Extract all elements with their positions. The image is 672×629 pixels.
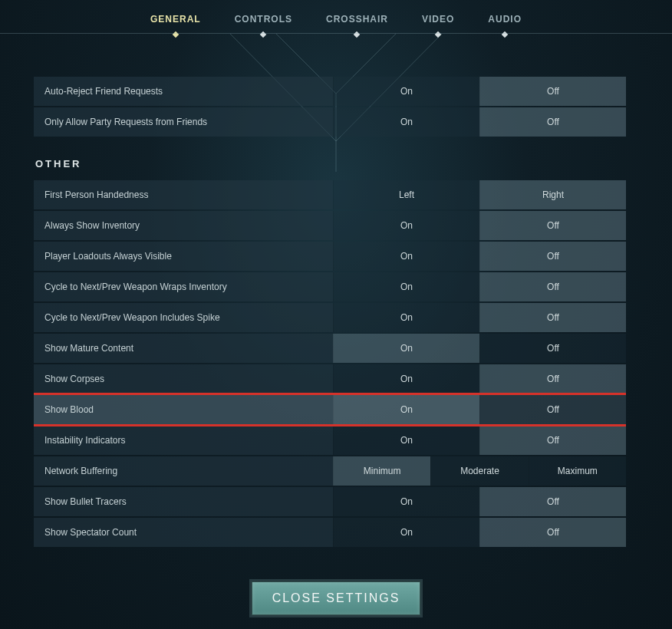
option-button[interactable]: On — [333, 272, 479, 301]
tab-controls[interactable]: CONTROLS — [235, 14, 292, 34]
settings-panel: Auto-Reject Friend RequestsOnOffOnly All… — [34, 77, 626, 568]
option-button[interactable]: On — [333, 107, 479, 137]
setting-row: Cycle to Next/Prev Weapon Includes Spike… — [34, 303, 626, 332]
option-button[interactable]: Off — [479, 364, 626, 394]
setting-row: Only Allow Party Requests from FriendsOn… — [34, 107, 626, 137]
option-button[interactable]: Off — [479, 518, 626, 547]
setting-label: Player Loadouts Always Visible — [34, 242, 333, 271]
settings-tabs: GENERALCONTROLSCROSSHAIRVIDEOAUDIO — [0, 0, 672, 34]
tab-video[interactable]: VIDEO — [422, 14, 454, 34]
setting-label: Show Bullet Tracers — [34, 487, 333, 516]
option-button[interactable]: Off — [479, 303, 626, 332]
tab-audio[interactable]: AUDIO — [488, 14, 522, 34]
setting-options: OnOff — [333, 334, 626, 363]
setting-row: Show CorpsesOnOff — [34, 364, 626, 394]
settings-body: Auto-Reject Friend RequestsOnOffOnly All… — [34, 77, 626, 547]
setting-row: Show Bullet TracersOnOff — [34, 487, 626, 516]
setting-label: Instability Indicators — [34, 426, 333, 455]
option-button[interactable]: Maximum — [529, 456, 626, 486]
setting-options: OnOff — [333, 211, 626, 240]
setting-row: Show Mature ContentOnOff — [34, 334, 626, 363]
option-button[interactable]: Off — [479, 487, 626, 516]
option-button[interactable]: On — [333, 242, 479, 271]
setting-label: First Person Handedness — [34, 180, 333, 209]
setting-row: Cycle to Next/Prev Weapon Wraps Inventor… — [34, 272, 626, 301]
option-button[interactable]: Off — [479, 77, 626, 106]
option-button[interactable]: Right — [479, 180, 626, 209]
setting-options: OnOff — [333, 272, 626, 301]
setting-options: MinimumModerateMaximum — [333, 456, 626, 486]
setting-row: Always Show InventoryOnOff — [34, 211, 626, 240]
setting-row: Auto-Reject Friend RequestsOnOff — [34, 77, 626, 106]
option-button[interactable]: Left — [333, 180, 479, 209]
option-button[interactable]: Moderate — [430, 456, 528, 486]
tab-crosshair[interactable]: CROSSHAIR — [326, 14, 388, 34]
setting-label: Only Allow Party Requests from Friends — [34, 107, 333, 137]
setting-options: OnOff — [333, 487, 626, 516]
option-button[interactable]: On — [333, 426, 479, 455]
option-button[interactable]: Minimum — [333, 456, 430, 486]
setting-label: Show Blood — [34, 395, 333, 424]
option-button[interactable]: Off — [479, 334, 626, 363]
setting-options: LeftRight — [333, 180, 626, 209]
setting-options: OnOff — [333, 303, 626, 332]
setting-label: Cycle to Next/Prev Weapon Wraps Inventor… — [34, 272, 333, 301]
option-button[interactable]: On — [333, 334, 479, 363]
option-button[interactable]: On — [333, 395, 479, 424]
setting-row: First Person HandednessLeftRight — [34, 180, 626, 209]
option-button[interactable]: On — [333, 487, 479, 516]
option-button[interactable]: Off — [479, 211, 626, 240]
section-title: OTHER — [35, 158, 626, 170]
setting-label: Network Buffering — [34, 456, 333, 486]
setting-row: Show Spectator CountOnOff — [34, 518, 626, 547]
setting-label: Show Corpses — [34, 364, 333, 394]
close-settings-button[interactable]: CLOSE SETTINGS — [252, 581, 420, 615]
setting-options: OnOff — [333, 395, 626, 424]
setting-row: Player Loadouts Always VisibleOnOff — [34, 242, 626, 271]
option-button[interactable]: On — [333, 518, 479, 547]
option-button[interactable]: Off — [479, 242, 626, 271]
setting-row: Network BufferingMinimumModerateMaximum — [34, 456, 626, 486]
setting-options: OnOff — [333, 242, 626, 271]
option-button[interactable]: Off — [479, 107, 626, 137]
setting-options: OnOff — [333, 77, 626, 106]
setting-label: Show Mature Content — [34, 334, 333, 363]
setting-label: Auto-Reject Friend Requests — [34, 77, 333, 106]
setting-row: Instability IndicatorsOnOff — [34, 426, 626, 455]
setting-options: OnOff — [333, 426, 626, 455]
option-button[interactable]: Off — [479, 395, 626, 424]
setting-options: OnOff — [333, 364, 626, 394]
option-button[interactable]: Off — [479, 272, 626, 301]
setting-label: Always Show Inventory — [34, 211, 333, 240]
option-button[interactable]: On — [333, 303, 479, 332]
setting-label: Show Spectator Count — [34, 518, 333, 547]
setting-options: OnOff — [333, 107, 626, 137]
setting-row: Show BloodOnOff — [34, 395, 626, 424]
option-button[interactable]: On — [333, 211, 479, 240]
setting-label: Cycle to Next/Prev Weapon Includes Spike — [34, 303, 333, 332]
close-wrap: CLOSE SETTINGS — [0, 581, 672, 615]
option-button[interactable]: Off — [479, 426, 626, 455]
option-button[interactable]: On — [333, 77, 479, 106]
option-button[interactable]: On — [333, 364, 479, 394]
setting-options: OnOff — [333, 518, 626, 547]
tab-general[interactable]: GENERAL — [150, 14, 201, 34]
